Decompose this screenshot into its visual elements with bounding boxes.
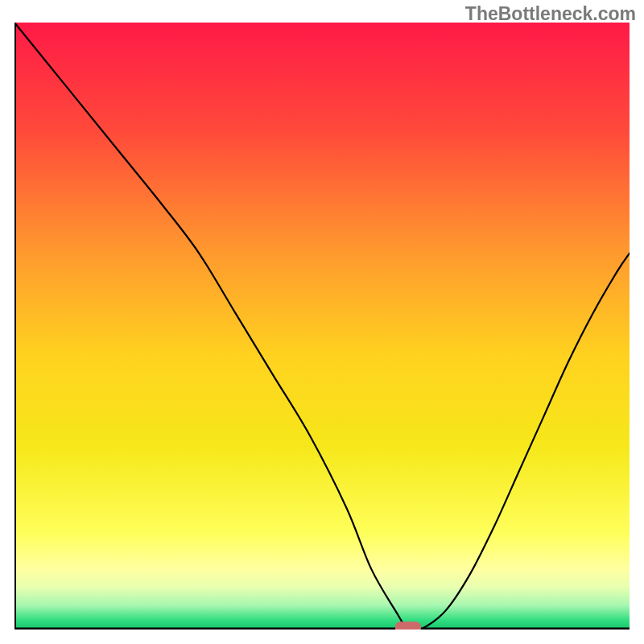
chart-plot [14, 23, 630, 630]
chart-container: TheBottleneck.com [0, 0, 644, 644]
optimal-marker [395, 621, 421, 630]
chart-svg [14, 23, 630, 630]
gradient-background [14, 23, 630, 630]
watermark-label: TheBottleneck.com [465, 3, 636, 25]
